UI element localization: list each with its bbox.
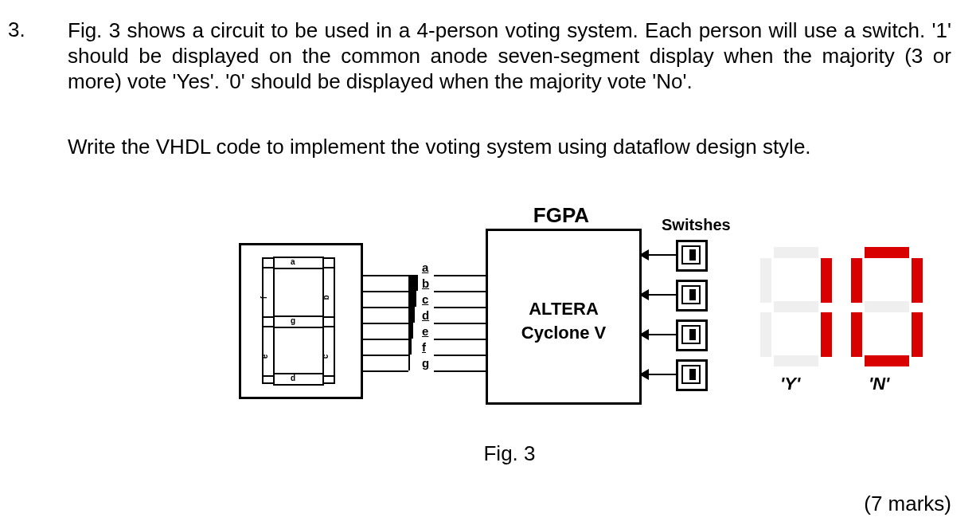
out-c-stub: [361, 307, 415, 308]
switch-2: [676, 280, 708, 312]
out-d-stub: [361, 323, 413, 324]
switch-3-knob: [689, 329, 696, 340]
figure-caption: Fig. 3: [68, 441, 951, 466]
seg-c: [322, 326, 335, 377]
out-c-drop: [415, 275, 416, 307]
out-e-stub: [361, 339, 412, 340]
switch-2-arrow: [639, 289, 649, 300]
switch-4: [676, 359, 708, 391]
seven-seg-component: a g d f b e c: [239, 243, 363, 399]
digit-n-seg-e: [851, 312, 862, 357]
seg-g-label: g: [291, 316, 295, 325]
out-d-label: d: [422, 308, 429, 322]
switch-1-inner: [681, 245, 701, 264]
figure-3: FGPA ALTERA Cyclone V Switshes: [68, 203, 951, 466]
seg-a-label: a: [291, 257, 295, 266]
out-c-label: c: [422, 292, 428, 306]
switch-2-wire: [649, 294, 676, 296]
digit-n-seg-f: [851, 258, 862, 303]
digit-n-seg-g: [865, 301, 909, 312]
out-b-wire: [434, 291, 486, 292]
digit-n-seg-a: [865, 247, 909, 258]
out-f-label: f: [422, 340, 426, 354]
switch-1-arrow: [639, 249, 649, 261]
out-f-stub: [361, 355, 410, 356]
digit-y-seg-g: [774, 301, 818, 312]
question-para-2: Write the VHDL code to implement the vot…: [68, 134, 951, 159]
fpga-line2: Cyclone V: [488, 323, 639, 343]
out-g-stub: [361, 370, 408, 372]
out-a-label: a: [422, 261, 428, 274]
seg-f: [262, 267, 275, 318]
switch-2-inner: [681, 285, 701, 304]
digit-n-seg-b: [912, 258, 923, 303]
switch-4-knob: [689, 369, 696, 380]
fpga-line1: ALTERA: [488, 299, 639, 319]
seg-a: [273, 257, 324, 269]
out-e-wire: [434, 339, 486, 340]
fpga-box: ALTERA Cyclone V: [486, 229, 642, 405]
digit-n-seg-d: [865, 355, 909, 366]
out-d-drop: [413, 275, 415, 323]
digit-y-seg-b: [821, 258, 832, 303]
display-digit-n: [851, 247, 923, 366]
seg-e: [262, 326, 275, 377]
page: 3. Fig. 3 shows a circuit to be used in …: [0, 0, 980, 529]
display-digit-y: [760, 247, 832, 366]
seg-g: [273, 315, 324, 328]
switch-1-wire: [649, 254, 676, 256]
out-e-drop: [412, 275, 413, 339]
switch-3-arrow: [639, 329, 649, 340]
out-g-label: g: [422, 356, 429, 370]
digit-y-seg-f: [760, 258, 771, 303]
seg-c-label: c: [321, 355, 330, 359]
out-b-label: b: [422, 276, 429, 290]
out-c-wire: [434, 307, 486, 308]
seg-d-label: d: [291, 374, 295, 382]
out-b-drop: [416, 275, 418, 291]
out-g-drop: [408, 275, 410, 370]
switch-3-wire: [649, 334, 676, 335]
out-f-drop: [410, 275, 412, 355]
digit-y-seg-a: [774, 247, 818, 258]
switch-1-knob: [689, 249, 696, 261]
digit-y-seg-c: [821, 312, 832, 357]
marks: (7 marks): [864, 492, 951, 516]
fpga-title: FGPA: [486, 203, 637, 228]
display-digit-n-caption: 'N': [869, 374, 889, 394]
switch-4-wire: [649, 374, 676, 375]
out-d-wire: [434, 323, 486, 324]
switch-2-knob: [689, 289, 696, 300]
display-digit-y-caption: 'Y': [780, 374, 800, 394]
out-a-wire: [434, 275, 486, 276]
out-f-wire: [434, 355, 486, 356]
seg-b-label: b: [322, 295, 330, 300]
digit-n-seg-c: [912, 312, 923, 357]
switch-4-arrow: [639, 369, 649, 380]
seg-e-label: e: [260, 355, 269, 359]
switch-4-inner: [681, 365, 701, 384]
switch-3: [676, 319, 708, 351]
switch-1: [676, 240, 708, 272]
seg-f-label: f: [260, 296, 268, 299]
out-e-label: e: [422, 324, 428, 338]
question-number: 3.: [8, 18, 25, 42]
switch-3-inner: [681, 325, 701, 344]
digit-y-seg-d: [774, 355, 818, 366]
digit-y-seg-e: [760, 312, 771, 357]
seg-b: [322, 267, 335, 318]
seg-d: [273, 373, 324, 386]
switches-label: Switshes: [662, 216, 731, 234]
question-para-1: Fig. 3 shows a circuit to be used in a 4…: [68, 18, 951, 94]
out-g-wire: [434, 370, 486, 372]
